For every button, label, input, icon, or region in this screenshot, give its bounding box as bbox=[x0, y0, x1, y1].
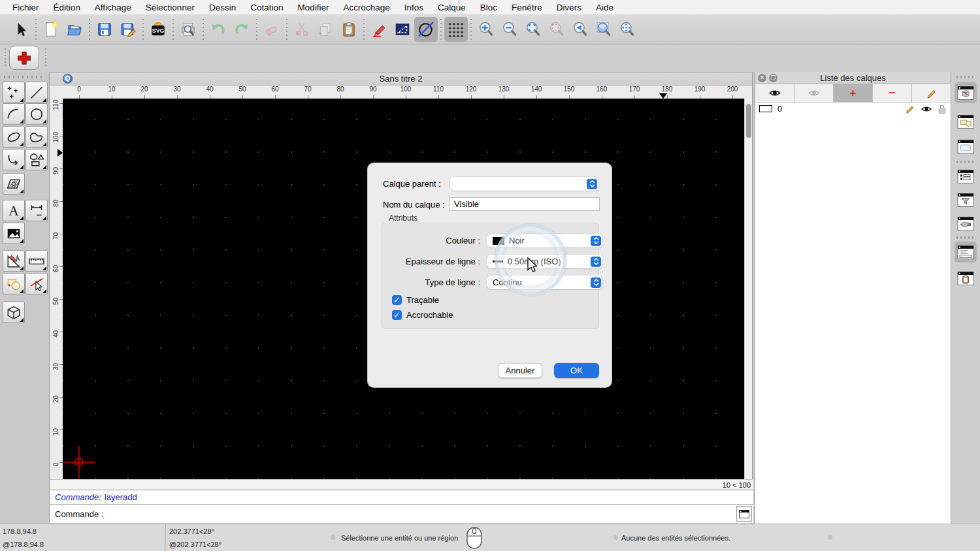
svg-export-icon[interactable]: SVG bbox=[146, 17, 170, 42]
menu-infos[interactable]: Infos bbox=[397, 3, 431, 12]
hide-all-layers-button[interactable] bbox=[794, 84, 834, 102]
dimension-tool-icon[interactable] bbox=[25, 200, 48, 221]
block-tool-icon[interactable] bbox=[3, 273, 25, 294]
detach-command-widget-button[interactable] bbox=[736, 506, 752, 522]
menu-aide[interactable]: Aide bbox=[589, 3, 621, 12]
selection-filter-panel-toggle-icon[interactable] bbox=[955, 189, 977, 210]
layer-name-input[interactable] bbox=[449, 197, 600, 211]
polyline-tool-icon[interactable] bbox=[3, 149, 25, 170]
zoom-window-icon[interactable] bbox=[592, 17, 615, 42]
pencil-icon[interactable] bbox=[905, 104, 915, 114]
measure-tool-icon[interactable] bbox=[25, 250, 48, 272]
ellipse-tool-icon[interactable] bbox=[3, 126, 25, 148]
palette-drag-handle[interactable] bbox=[4, 76, 44, 78]
close-icon[interactable]: ✕ bbox=[758, 74, 766, 82]
print-preview-icon[interactable] bbox=[176, 17, 200, 42]
solid-3d-tool-icon[interactable] bbox=[3, 302, 25, 323]
draw-pen-icon[interactable] bbox=[367, 17, 391, 42]
cut-icon[interactable] bbox=[290, 17, 314, 42]
vertical-scrollbar[interactable] bbox=[744, 99, 752, 479]
arc-tool-icon[interactable] bbox=[3, 103, 25, 125]
toolbar-drag-handle[interactable] bbox=[4, 48, 7, 68]
menu-bloc[interactable]: Bloc bbox=[473, 3, 504, 12]
ok-button[interactable]: OK bbox=[554, 363, 599, 378]
clipboard-panel-toggle-icon[interactable] bbox=[955, 268, 977, 289]
undo-icon[interactable] bbox=[206, 17, 230, 42]
open-file-icon[interactable] bbox=[63, 17, 86, 42]
select-cursor-icon[interactable] bbox=[9, 17, 33, 42]
menu-fichier[interactable]: Fichier bbox=[5, 3, 46, 12]
command-prompt-label: Commande : bbox=[55, 509, 103, 519]
dock-drag-handle[interactable] bbox=[956, 76, 976, 78]
tool-palette: A bbox=[0, 72, 49, 524]
new-document-icon[interactable] bbox=[39, 17, 63, 42]
command-input[interactable] bbox=[103, 505, 736, 523]
copy-icon[interactable] bbox=[314, 17, 337, 42]
stepper-icon bbox=[591, 236, 601, 246]
layer-list-panel-toggle-icon[interactable] bbox=[955, 82, 977, 103]
layer-row[interactable]: 0 bbox=[755, 102, 951, 115]
command-line-panel-toggle-icon[interactable] bbox=[955, 242, 977, 262]
toolbar-drag-handle[interactable] bbox=[44, 48, 47, 68]
zoom-auto-icon[interactable] bbox=[521, 17, 545, 42]
hatch-tool-icon[interactable] bbox=[3, 173, 25, 195]
block-list-panel-toggle-icon[interactable] bbox=[955, 111, 977, 132]
menu-modifier[interactable]: Modifier bbox=[290, 3, 336, 12]
add-layer-button[interactable]: + bbox=[834, 84, 873, 102]
menu-accrochage[interactable]: Accrochage bbox=[336, 3, 397, 12]
save-as-icon[interactable] bbox=[116, 17, 140, 42]
ruler-left: 0102030405060708090100110 bbox=[50, 99, 63, 479]
ruler-tick-label: 150 bbox=[564, 86, 575, 93]
zoom-previous-icon[interactable] bbox=[545, 17, 568, 42]
zoom-back-icon[interactable] bbox=[568, 17, 592, 42]
grid-toggle-icon[interactable] bbox=[444, 17, 468, 42]
image-tool-icon[interactable] bbox=[3, 223, 25, 244]
plottable-checkbox[interactable]: ✓ Traçable bbox=[392, 295, 439, 305]
cancel-button[interactable]: Annuler bbox=[498, 363, 542, 378]
redo-icon[interactable] bbox=[230, 17, 253, 42]
text-tool-icon[interactable]: A bbox=[3, 200, 25, 221]
menu-divers[interactable]: Divers bbox=[549, 3, 589, 12]
modify-tool-icon[interactable] bbox=[3, 250, 25, 272]
paste-icon[interactable] bbox=[337, 17, 361, 42]
property-list-panel-toggle-icon[interactable] bbox=[955, 166, 977, 187]
remove-layer-button[interactable]: − bbox=[873, 84, 912, 102]
zoom-pan-icon[interactable] bbox=[615, 17, 639, 42]
save-icon[interactable] bbox=[93, 17, 116, 42]
menu-dessin[interactable]: Dessin bbox=[202, 3, 243, 12]
ruler-tick-label: 170 bbox=[629, 86, 640, 93]
vertical-scrollbar-thumb[interactable] bbox=[746, 104, 751, 138]
line-tool-icon[interactable] bbox=[25, 82, 48, 103]
eye-icon[interactable] bbox=[921, 104, 932, 114]
show-all-layers-button[interactable] bbox=[755, 84, 794, 102]
zoom-out-icon[interactable] bbox=[498, 17, 521, 42]
document-titlebar[interactable]: Q Sans titre 2 bbox=[50, 72, 752, 86]
lock-icon[interactable] bbox=[938, 104, 947, 114]
circle-tool-icon[interactable] bbox=[25, 103, 48, 125]
horizontal-scroll-strip[interactable]: 10 < 100 bbox=[50, 479, 753, 490]
spline-tool-icon[interactable] bbox=[25, 126, 48, 148]
parent-layer-dropdown[interactable] bbox=[450, 177, 598, 191]
shapes-tool-icon[interactable] bbox=[25, 149, 48, 170]
selection-rectangle-icon[interactable] bbox=[391, 17, 414, 42]
eraser-icon[interactable] bbox=[260, 17, 284, 42]
menu-edition[interactable]: Édition bbox=[46, 3, 88, 12]
library-browser-panel-toggle-icon[interactable] bbox=[955, 136, 977, 157]
spotlight-panel-toggle-icon[interactable] bbox=[955, 213, 977, 234]
layer-panel-titlebar[interactable]: ✕ ❐ Liste des calques bbox=[755, 72, 951, 84]
selection-info-text: Aucune des entités sélectionnées. bbox=[621, 534, 730, 542]
points-tool-icon[interactable] bbox=[3, 82, 25, 103]
menu-fenetre[interactable]: Fenêtre bbox=[504, 3, 549, 12]
menu-cotation[interactable]: Cotation bbox=[243, 3, 290, 12]
menu-affichage[interactable]: Affichage bbox=[88, 3, 139, 12]
menu-selectionner[interactable]: Sélectionner bbox=[139, 3, 202, 12]
edit-layer-button[interactable] bbox=[912, 84, 951, 102]
zoom-in-icon[interactable] bbox=[474, 17, 498, 42]
float-panel-icon[interactable]: ❐ bbox=[769, 74, 777, 82]
menu-calque[interactable]: Calque bbox=[431, 3, 473, 12]
draft-mode-icon[interactable] bbox=[414, 17, 438, 42]
select-entity-tool-icon[interactable] bbox=[25, 273, 48, 294]
cad-menu-button[interactable] bbox=[9, 46, 39, 70]
snappable-checkbox[interactable]: ✓ Accrochable bbox=[392, 310, 453, 320]
ruler-tick-label: 200 bbox=[727, 86, 738, 93]
